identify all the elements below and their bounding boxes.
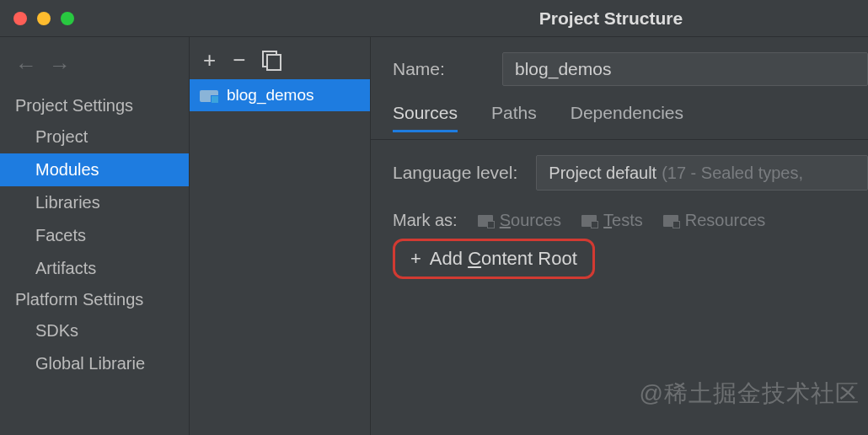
forward-arrow-icon[interactable]: → — [49, 54, 71, 76]
sidebar-item-project[interactable]: Project — [0, 121, 189, 153]
tab-dependencies[interactable]: Dependencies — [571, 103, 683, 132]
module-list-item[interactable]: blog_demos — [190, 79, 370, 111]
minimize-window-button[interactable] — [37, 12, 51, 25]
module-name-label: blog_demos — [227, 86, 314, 105]
language-level-select[interactable]: Project default (17 - Sealed types, — [536, 155, 868, 191]
remove-module-icon[interactable]: − — [233, 49, 245, 71]
sidebar-item-artifacts[interactable]: Artifacts — [0, 252, 189, 285]
module-name-input[interactable]: blog_demos — [502, 52, 868, 86]
sidebar-item-sdks[interactable]: SDKs — [0, 314, 189, 347]
copy-module-icon[interactable] — [262, 49, 279, 71]
watermark-text: @稀土掘金技术社区 — [640, 378, 860, 410]
sidebar-item-libraries[interactable]: Libraries — [0, 186, 189, 219]
project-settings-header: Project Settings — [0, 91, 189, 121]
window-title: Project Structure — [354, 8, 868, 29]
module-detail-panel: Name: blog_demos Sources Paths Dependenc… — [371, 37, 868, 435]
back-arrow-icon[interactable]: ← — [15, 54, 37, 76]
plus-icon: + — [410, 250, 421, 268]
folder-icon — [663, 215, 678, 227]
mark-sources-button[interactable]: Sources — [478, 211, 561, 230]
platform-settings-header: Platform Settings — [0, 285, 189, 314]
tab-sources[interactable]: Sources — [393, 103, 458, 132]
mark-resources-button[interactable]: Resources — [663, 211, 766, 230]
sidebar-item-global-libraries[interactable]: Global Librarie — [0, 347, 189, 380]
folder-icon — [478, 215, 493, 227]
left-sidebar: ← → Project Settings Project Modules Lib… — [0, 37, 190, 435]
add-content-root-button[interactable]: + Add Content Root — [393, 239, 595, 279]
module-tabs: Sources Paths Dependencies — [393, 103, 868, 132]
modules-list-panel: + − blog_demos — [190, 37, 371, 435]
tab-paths[interactable]: Paths — [491, 103, 537, 132]
mark-tests-button[interactable]: Tests — [581, 211, 643, 230]
module-folder-icon — [200, 89, 218, 102]
sidebar-item-facets[interactable]: Facets — [0, 219, 189, 252]
mark-as-label: Mark as: — [393, 211, 458, 230]
maximize-window-button[interactable] — [61, 12, 74, 25]
close-window-button[interactable] — [13, 12, 27, 25]
sidebar-item-modules[interactable]: Modules — [0, 153, 189, 186]
folder-icon — [581, 215, 597, 227]
language-level-label: Language level: — [393, 163, 517, 183]
add-module-icon[interactable]: + — [203, 49, 216, 71]
name-label: Name: — [393, 59, 502, 79]
